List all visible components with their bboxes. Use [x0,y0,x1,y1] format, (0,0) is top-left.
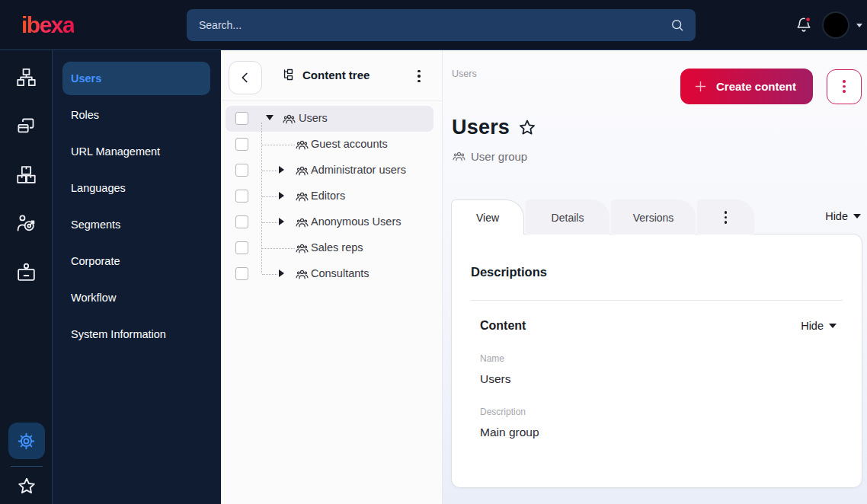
tree-item-editors[interactable]: Editors [226,183,434,209]
tree-checkbox[interactable] [235,138,248,151]
global-search [187,9,696,41]
search-icon[interactable] [670,18,685,33]
user-group-icon [296,268,309,281]
tree-item-guest-accounts[interactable]: Guest accounts [226,132,434,158]
search-input[interactable] [187,19,670,31]
collapsed-caret-icon[interactable] [279,166,284,174]
tree-checkbox[interactable] [235,112,248,125]
content-type-label: User group [471,150,527,163]
sidebar-item-label: Users [71,72,101,85]
chevron-left-icon [237,69,254,86]
expanded-caret-icon[interactable] [266,115,274,120]
field-value-name: Users [480,372,843,386]
sidebar-item-workflow[interactable]: Workflow [62,281,210,314]
tree-item-consultants[interactable]: Consultants [226,261,434,287]
user-group-icon [296,164,309,177]
hide-tabs-button[interactable]: Hide [825,210,861,222]
topbar: ibexa [0,0,867,50]
card-divider [471,300,843,301]
view-tab-card: Descriptions Content Hide Name Users Des… [451,234,862,488]
sidebar-item-languages[interactable]: Languages [62,171,210,205]
content-tree-icon [282,68,296,82]
tree-item-administrator-users[interactable]: Administrator users [226,158,434,183]
tree-connector-line [262,248,295,249]
hide-label: Hide [801,320,824,332]
create-content-button[interactable]: Create content [680,69,813,104]
tab-view[interactable]: View [451,199,524,234]
bookmark-star-icon[interactable] [517,118,537,138]
section-title: Content [480,319,526,333]
tree-checkbox[interactable] [235,190,248,203]
admin-sidebar: Users Roles URL Management Languages Seg… [53,50,221,504]
user-avatar[interactable] [822,11,849,39]
tree-options-kebab-button[interactable] [410,67,428,85]
tab-details[interactable]: Details [526,199,609,234]
tab-label: View [476,212,499,224]
caret-down-icon [853,214,861,219]
ibexa-logo[interactable]: ibexa [21,11,74,39]
topbar-right [795,0,862,50]
sidebar-item-corporate[interactable]: Corporate [62,244,210,278]
tree-checkbox[interactable] [235,215,248,228]
caret-down-icon [829,324,837,328]
collapse-tree-button[interactable] [229,61,262,94]
nav-product-catalog[interactable] [9,158,43,191]
collapsed-caret-icon[interactable] [279,270,284,277]
sidebar-item-label: Roles [71,109,99,121]
sidebar-item-label: URL Management [71,145,160,158]
tree-checkbox[interactable] [235,241,248,254]
sidebar-item-roles[interactable]: Roles [62,98,210,132]
tab-label: Versions [633,212,674,224]
sidebar-item-users[interactable]: Users [62,62,210,95]
field-label-name: Name [480,353,843,364]
nav-content-structure[interactable] [9,60,43,94]
tree-checkbox[interactable] [235,267,248,280]
nav-corporate-account[interactable] [9,255,43,289]
create-content-label: Create content [716,80,796,93]
hide-section-button[interactable]: Hide [801,320,837,332]
page-title: Users [452,116,510,139]
tree-panel-title: Content tree [302,69,370,81]
nav-pages[interactable] [9,109,43,142]
user-group-icon [283,113,296,126]
rail-divider [11,466,43,467]
sidebar-item-segments[interactable]: Segments [62,208,210,241]
descriptions-heading: Descriptions [471,265,843,279]
tree-item-anonymous-users[interactable]: Anonymous Users [226,209,434,235]
user-menu-caret-icon[interactable] [856,24,862,27]
plus-icon [693,78,709,94]
breadcrumb[interactable]: Users [452,69,477,79]
tree-connector-line [262,196,277,197]
tree-item-label: Anonymous Users [311,215,401,228]
content-options-kebab-button[interactable] [827,69,862,104]
notifications-bell-icon[interactable] [795,16,813,34]
nav-admin-settings[interactable] [8,423,45,459]
tree-item-label: Editors [311,190,345,202]
tree-connector-line [262,222,277,223]
sidebar-item-url-management[interactable]: URL Management [62,135,210,168]
user-group-icon [296,139,309,152]
tree-connector-line [262,145,295,145]
sidebar-item-label: Segments [71,219,120,231]
sidebar-item-system-information[interactable]: System Information [62,317,210,351]
user-group-icon [296,216,309,229]
tree-checkbox[interactable] [235,164,248,177]
tab-more-kebab[interactable] [697,199,754,234]
tree-item-sales-reps[interactable]: Sales reps [226,235,434,261]
field-label-description: Description [480,407,843,417]
field-value-description: Main group [480,426,843,439]
tree-connector-line [262,171,277,171]
tree-item-label: Consultants [311,267,370,279]
user-group-icon [296,242,309,255]
sidebar-item-label: System Information [71,328,166,340]
collapsed-caret-icon[interactable] [279,192,284,199]
tab-versions[interactable]: Versions [611,199,696,234]
sidebar-item-label: Languages [71,182,126,194]
collapsed-caret-icon[interactable] [279,218,284,225]
tab-label: Details [552,212,584,224]
nav-personalization[interactable] [9,206,43,240]
tree-item-label: Sales reps [311,241,363,254]
nav-bookmarks[interactable] [10,474,43,499]
tree-item-users[interactable]: Users [226,106,434,132]
content-tabs: View Details Versions [451,199,756,234]
